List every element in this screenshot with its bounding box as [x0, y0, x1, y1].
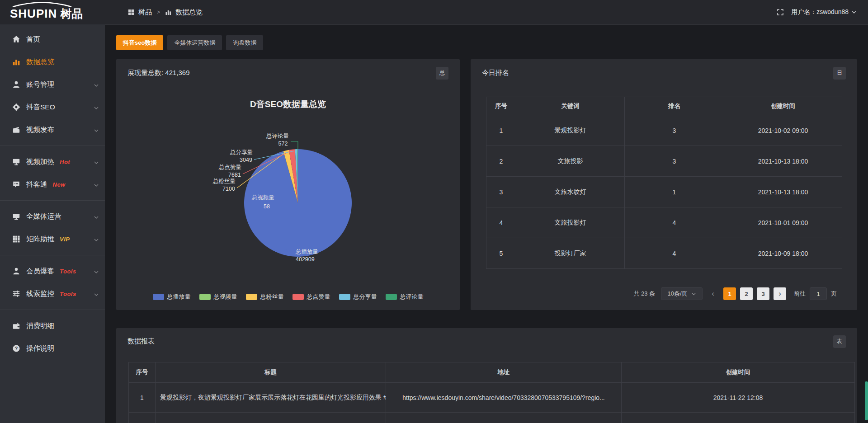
chevron-down-icon — [94, 159, 99, 164]
breadcrumb-root[interactable]: 树品 — [138, 8, 152, 17]
sidebar-item-矩阵助推[interactable]: 矩阵助推VIP — [0, 228, 105, 250]
page-button-3[interactable]: 3 — [757, 287, 769, 300]
legend-label: 总播放量 — [167, 293, 191, 301]
ranking-panel-header: 今日排名 日 — [471, 59, 857, 87]
sidebar-item-首页[interactable]: 首页 — [0, 28, 105, 51]
pie-label-总分享量: 总分享量 — [230, 149, 253, 155]
breadcrumb-current[interactable]: 数据总览 — [175, 8, 203, 17]
sidebar-item-抖客通[interactable]: 抖客通New — [0, 173, 105, 196]
sidebar-item-label: 消费明细 — [26, 321, 54, 331]
ranking-cell-created: 2021-10-13 18:00 — [724, 146, 842, 177]
day-view-button[interactable]: 日 — [833, 67, 846, 80]
ranking-cell-created: 2021-10-02 09:00 — [724, 115, 842, 146]
legend-chip — [199, 294, 211, 300]
ranking-cell-rank: 3 — [625, 115, 724, 146]
sidebar-badge-New: New — [53, 181, 66, 188]
page-size-select[interactable]: 10条/页 — [661, 287, 703, 300]
ranking-cell-no: 2 — [486, 146, 516, 177]
sidebar-item-会员爆客[interactable]: 会员爆客Tools — [0, 260, 105, 282]
chevron-down-icon — [94, 182, 99, 187]
sidebar-item-数据总览[interactable]: 数据总览 — [0, 51, 105, 73]
ranking-cell-no: 3 — [486, 177, 516, 207]
report-col-地址: 地址 — [386, 362, 622, 383]
fullscreen-icon[interactable] — [777, 9, 784, 16]
sidebar-item-label: 抖客通 — [26, 180, 47, 189]
breadcrumb-current-icon — [165, 9, 171, 15]
pie-label-总粉丝量: 7100 — [222, 186, 235, 192]
tab-询盘数据[interactable]: 询盘数据 — [226, 35, 263, 50]
ranking-cell-keyword: 文旅投影 — [516, 146, 625, 177]
chevron-down-icon — [94, 82, 99, 87]
ranking-cell-keyword: 景观投影灯 — [516, 115, 625, 146]
scrollbar-thumb[interactable] — [865, 381, 868, 420]
user-menu[interactable]: 用户名：zswodun88 — [791, 8, 857, 16]
wallet-icon — [12, 322, 20, 330]
report-col-序号: 序号 — [129, 362, 156, 383]
username-label: 用户名：zswodun88 — [791, 8, 849, 16]
sidebar-item-抖音SEO[interactable]: 抖音SEO — [0, 96, 105, 118]
sidebar-item-账号管理[interactable]: 账号管理 — [0, 73, 105, 96]
pie-label-总点赞量: 7681 — [228, 172, 241, 178]
pie-label-总评论量: 总评论量 — [266, 133, 289, 139]
pie-label-总视频量: 58 — [264, 203, 270, 210]
goto-page-input[interactable] — [810, 287, 827, 300]
pie-label-总视频量: 总视频量 — [251, 194, 274, 201]
sidebar-item-视频加热[interactable]: 视频加热Hot — [0, 150, 105, 173]
sidebar-item-全媒体运营[interactable]: 全媒体运营 — [0, 205, 105, 228]
total-view-button[interactable]: 总 — [436, 67, 448, 80]
sidebar-divider — [0, 255, 105, 255]
sidebar-item-视频发布[interactable]: 视频发布 — [0, 118, 105, 141]
report-col-标题: 标题 — [156, 362, 386, 383]
sidebar-item-消费明细[interactable]: 消费明细 — [0, 315, 105, 337]
prev-page-button[interactable]: ‹ — [707, 287, 719, 300]
sidebar-item-操作说明[interactable]: ?操作说明 — [0, 337, 105, 360]
logo-arc — [11, 2, 73, 7]
tab-全媒体运营数据[interactable]: 全媒体运营数据 — [167, 35, 222, 50]
pie-label-总评论量: 572 — [278, 141, 288, 147]
legend-item-总视频量[interactable]: 总视频量 — [199, 293, 237, 301]
person-icon — [12, 267, 20, 275]
page-button-1[interactable]: 1 — [723, 287, 736, 300]
topbar-right: 用户名：zswodun88 — [777, 0, 857, 24]
next-page-button[interactable]: › — [774, 287, 786, 300]
sidebar-item-线索监控[interactable]: 线索监控Tools — [0, 282, 105, 305]
impressions-total: 展现量总数: 421,369 — [127, 69, 190, 77]
sidebar-item-label: 全媒体运营 — [26, 212, 61, 221]
report-cell-no: 1 — [129, 383, 156, 413]
page-button-2[interactable]: 2 — [740, 287, 753, 300]
chevron-down-icon — [94, 236, 99, 242]
tab-抖音seo数据[interactable]: 抖音seo数据 — [116, 35, 163, 50]
report-cell-title: 景观投影灯，夜游景观投影灯厂家展示展示落花灯在花园里的灯光投影应用效果 # — [156, 383, 386, 413]
legend-chip — [386, 294, 397, 300]
chevron-down-icon — [94, 291, 99, 296]
table-row: 5投影灯厂家42021-10-09 18:00 — [486, 238, 842, 269]
legend-item-总评论量[interactable]: 总评论量 — [386, 293, 424, 301]
legend-chip — [339, 294, 350, 300]
pie-chart: 总播放量402909总视频量58总粉丝量7100总点赞量7681总分享量3049… — [116, 87, 460, 310]
sidebar-item-label: 抖音SEO — [26, 103, 55, 112]
table-row: 3文旅水纹灯12021-10-13 18:00 — [486, 177, 842, 207]
pagination: 共 23 条10条/页‹123›前往页 — [633, 287, 837, 300]
legend-label: 总评论量 — [400, 293, 424, 301]
legend-item-总点赞量[interactable]: 总点赞量 — [292, 293, 330, 301]
chevron-down-icon — [691, 291, 696, 296]
report-cell-url[interactable]: https://www.iesdouyin.com/share/video/70… — [386, 383, 622, 413]
legend-item-总播放量[interactable]: 总播放量 — [153, 293, 191, 301]
ranking-panel-title: 今日排名 — [482, 69, 509, 77]
legend-chip — [292, 294, 304, 300]
ranking-col-关键词: 关键词 — [516, 97, 625, 115]
pie-label-总播放量: 总播放量 — [295, 249, 318, 255]
sliders-icon — [12, 290, 20, 298]
table-view-button[interactable]: 表 — [833, 335, 846, 348]
legend-item-总粉丝量[interactable]: 总粉丝量 — [246, 293, 284, 301]
legend-item-总分享量[interactable]: 总分享量 — [339, 293, 377, 301]
goto-suffix: 页 — [831, 290, 837, 298]
table-row: 2文旅投影32021-10-13 18:00 — [486, 146, 842, 177]
ranking-cell-rank: 4 — [625, 207, 724, 238]
sidebar-item-label: 线索监控 — [26, 289, 54, 299]
ranking-table: 序号关键词排名创建时间1景观投影灯32021-10-02 09:002文旅投影3… — [486, 97, 842, 269]
display-icon — [12, 158, 20, 166]
ranking-cell-rank: 4 — [625, 238, 724, 269]
sidebar-badge-Tools: Tools — [60, 268, 76, 275]
legend-label: 总点赞量 — [307, 293, 330, 301]
